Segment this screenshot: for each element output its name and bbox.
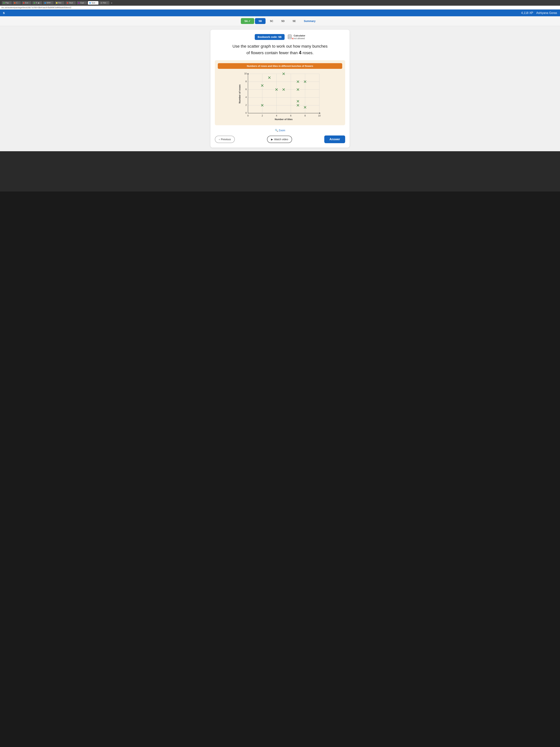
question-text: Use the scatter graph to work out how ma… — [215, 44, 345, 56]
svg-text:0: 0 — [247, 114, 249, 117]
chart-container: Numbers of roses and lilies in different… — [215, 60, 345, 125]
zoom-label: Zoom — [279, 129, 285, 132]
svg-text:4: 4 — [276, 114, 277, 117]
svg-text:Number of lilies: Number of lilies — [275, 118, 293, 121]
tab-k[interactable]: K ◀ × — [32, 1, 42, 5]
actions-row: ‹ Previous ▶ Watch video Answer — [215, 135, 345, 143]
svg-text:Number of roses: Number of roses — [238, 84, 241, 103]
svg-marker-23 — [319, 112, 321, 114]
svg-marker-21 — [247, 73, 249, 74]
meta-row: Bookwork code: 5B ✕ — [215, 34, 345, 40]
question-text-part3: roses. — [302, 51, 314, 55]
tab-5b[interactable]: 5B — [255, 18, 266, 24]
scatter-point — [297, 100, 299, 102]
calculator-icon: ✕ — [288, 34, 293, 40]
scatter-chart: 0 2 4 6 8 10 0 2 4 6 8 10 Number of lili… — [238, 71, 322, 122]
bookwork-badge: Bookwork code: 5B — [255, 34, 285, 40]
tab-hon2[interactable]: Hon × — [99, 1, 109, 5]
question-card: Bookwork code: 5B ✕ — [210, 30, 350, 148]
svg-text:2: 2 — [245, 104, 247, 106]
tab-5c[interactable]: 5C — [266, 18, 277, 24]
tab-summary[interactable]: Summary — [300, 18, 319, 24]
address-bar[interactable]: ths.uk/student/package/0ecb16b7-b769-43b… — [0, 6, 560, 9]
app-header: s 4,118 XP Ashiyana Goras — [0, 9, 560, 16]
zoom-link[interactable]: 🔍 Zoom — [275, 129, 285, 132]
username-display: Ashiyana Goras — [536, 11, 557, 15]
tab-nhh[interactable]: NHH × — [43, 1, 54, 5]
tab-5e[interactable]: 5E — [289, 18, 299, 24]
tab-hon1[interactable]: Hon × — [55, 1, 65, 5]
calculator-info: ✕ Calculator not allowed — [288, 34, 305, 40]
svg-text:2: 2 — [262, 114, 263, 117]
svg-text:0: 0 — [245, 112, 247, 114]
user-info-area: 4,118 XP Ashiyana Goras — [521, 11, 557, 15]
question-text-part2: of flowers contain fewer than — [246, 51, 298, 55]
svg-text:10: 10 — [244, 72, 247, 75]
zoom-row: 🔍 Zoom — [215, 129, 345, 132]
xp-display: 4,118 XP — [521, 11, 533, 15]
svg-text:8: 8 — [304, 114, 306, 117]
chart-title: Numbers of roses and lilies in different… — [218, 63, 342, 69]
svg-rect-3 — [289, 36, 290, 37]
svg-rect-5 — [289, 37, 289, 38]
svg-rect-6 — [289, 37, 290, 38]
scatter-point — [268, 77, 270, 79]
tab-c[interactable]: C × — [12, 1, 21, 5]
question-number: 4 — [299, 50, 301, 55]
tab-expl[interactable]: Expl × — [77, 1, 87, 5]
answer-button[interactable]: Answer — [324, 135, 345, 143]
tab-5d[interactable]: 5D — [277, 18, 288, 24]
nav-tabs: 5A ✓ 5B 5C 5D 5E Summary — [0, 16, 560, 26]
url-text: ths.uk/student/package/0ecb16b7-b769-43b… — [1, 6, 71, 8]
svg-rect-7 — [290, 37, 291, 38]
svg-text:6: 6 — [290, 114, 292, 117]
watch-video-button[interactable]: ▶ Watch video — [267, 136, 292, 143]
svg-rect-4 — [290, 36, 291, 37]
svg-rect-2 — [289, 36, 289, 37]
question-text-part1: Use the scatter graph to work out how ma… — [233, 44, 327, 49]
tab-spar[interactable]: Spar × — [88, 1, 99, 5]
tab-eve[interactable]: Eve × — [22, 1, 32, 5]
previous-button[interactable]: ‹ Previous — [215, 136, 235, 143]
chart-area: 0 2 4 6 8 10 0 2 4 6 8 10 Number of lili… — [218, 71, 342, 122]
app-brand: s — [3, 11, 5, 15]
video-icon: ▶ — [271, 138, 273, 141]
tab-pap[interactable]: Pap × — [2, 1, 12, 5]
tab-5a[interactable]: 5A ✓ — [241, 18, 254, 24]
keyboard-area — [0, 151, 560, 191]
browser-tabs: Pap × C × Eve × K ◀ × NHH × Hon × Stud ×… — [0, 0, 560, 6]
svg-text:10: 10 — [318, 114, 321, 117]
calculator-status: not allowed — [294, 37, 305, 40]
chevron-left-icon: ‹ — [219, 138, 220, 141]
main-content: Bookwork code: 5B ✕ — [0, 26, 560, 151]
zoom-icon: 🔍 — [275, 129, 278, 132]
svg-text:6: 6 — [245, 88, 247, 91]
calculator-label: Calculator — [294, 34, 305, 37]
tab-stud[interactable]: Stud × — [65, 1, 76, 5]
svg-text:8: 8 — [245, 80, 247, 83]
svg-text:4: 4 — [245, 96, 247, 99]
svg-rect-1 — [289, 35, 291, 36]
